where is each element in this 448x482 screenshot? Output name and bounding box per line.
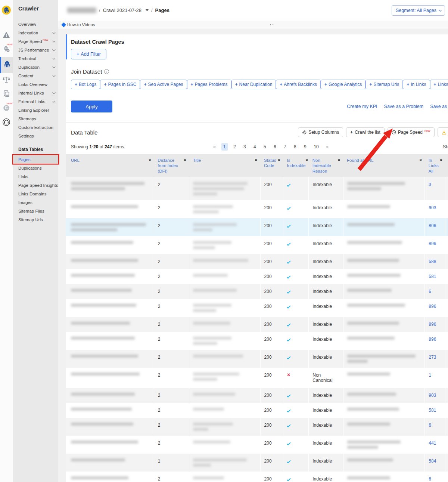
sidebar-item-sitemap-files[interactable]: Sitemap Files [13,207,58,215]
sidebar-item-page-speed-insights[interactable]: Page Speed Insights [13,181,58,189]
table-row[interactable]: 2200Indexable27319 [66,350,448,368]
table-row[interactable]: 2200×Non Canonical11 [66,368,448,388]
join-button-seo-active-pages[interactable]: +Seo Active Pages [140,80,187,89]
remove-column-icon[interactable]: × [440,158,443,174]
page-button-9[interactable]: 9 [302,143,308,151]
remove-column-icon[interactable]: × [255,158,258,163]
sidebar-item-links-overview[interactable]: Links Overview [13,80,58,89]
rail-item-logs-pages[interactable]: LOG [0,87,13,102]
in-links-link[interactable]: 581 [429,274,436,279]
table-row[interactable]: 2200Indexable58149 [66,403,448,418]
sidebar-item-links[interactable]: Links [13,172,58,181]
in-links-link[interactable]: 806 [429,223,436,228]
join-button-sitemap-urls[interactable]: +Sitemap Urls [365,80,403,89]
in-links-link[interactable]: 903 [429,205,436,210]
join-button-ahrefs-backlinks[interactable]: +Ahrefs Backlinks [276,80,321,89]
export-button-table[interactable]: Export [438,127,448,137]
table-row[interactable]: 1200Indexable58450 [66,454,448,472]
segment-selector-button[interactable]: Segment: All Pages [392,5,445,16]
howto-videos-label[interactable]: How-to Videos [67,22,95,27]
remove-column-icon[interactable]: × [149,158,152,163]
in-links-link[interactable]: 581 [429,408,436,413]
action-link-save-as-a-problem[interactable]: Save as a Problem [384,104,424,109]
page-button-4[interactable]: 4 [251,143,258,151]
join-button-pages-problems[interactable]: +Pages Problems [187,80,231,89]
in-links-link[interactable]: 6 [429,423,431,428]
sidebar-item-indexation[interactable]: Indexation [13,28,58,37]
join-button-in-links[interactable]: +In Links [403,80,430,89]
table-row[interactable]: 2200Indexable89669 [66,332,448,350]
page-speed-button[interactable]: Page Speed new [388,127,435,137]
in-links-link[interactable]: 588 [429,259,436,264]
page-button-8[interactable]: 8 [292,143,298,151]
action-link-create-my-kpi[interactable]: Create my KPI [347,104,377,109]
table-row[interactable]: 2200Indexable62 [66,472,448,482]
sidebar-item-content[interactable]: Content [13,71,58,80]
sidebar-item-duplication[interactable]: Duplication [13,63,58,71]
table-row[interactable]: 2200Indexable62 [66,418,448,436]
sidebar-item-settings[interactable]: Settings [13,132,58,140]
rail-item-octopus-logo[interactable] [0,3,13,19]
rail-item-compare-scales[interactable] [0,73,13,87]
table-row[interactable]: 2200Indexable80660 [66,218,448,236]
column-label[interactable]: Title [193,158,201,163]
add-filter-button[interactable]: + Add Filter [71,49,106,59]
column-label[interactable]: Non Indexable Reason [312,158,338,174]
in-links-link[interactable]: 6 [429,289,431,294]
sidebar-item-links-domains[interactable]: Links Domains [13,189,58,198]
column-label[interactable]: URL [71,158,80,163]
column-label[interactable]: In Links All [429,158,440,174]
table-row[interactable]: 2200Indexable89669 [66,299,448,317]
sidebar-item-sitemap-urls[interactable]: Sitemap Urls [13,215,58,224]
remove-column-icon[interactable]: × [278,158,281,169]
in-links-link[interactable]: 584 [429,458,436,464]
table-row[interactable]: 2200Indexable90369 [66,200,448,218]
join-button-near-duplication[interactable]: +Near Duplication [231,80,276,89]
next-page-button[interactable]: » [324,143,331,151]
remove-column-icon[interactable]: × [338,158,341,174]
in-links-link[interactable]: 1 [429,373,431,378]
crawl-the-list-button[interactable]: + Crawl the list [346,127,385,137]
join-button-pages-in-gsc[interactable]: +Pages in GSC [100,80,140,89]
table-row[interactable]: 2200Indexable90369 [66,388,448,403]
sidebar-item-technical[interactable]: Technical [13,54,58,63]
remove-column-icon[interactable]: × [419,158,422,163]
collapse-double-chevron-icon[interactable]: ⌄⌄ [269,22,274,25]
page-button-3[interactable]: 3 [241,143,248,151]
page-button-2[interactable]: 2 [231,143,238,151]
join-button-google-analytics[interactable]: +Google Analytics [321,80,365,89]
sidebar-item-sitemaps[interactable]: Sitemaps [13,114,58,123]
remove-column-icon[interactable]: × [184,158,187,174]
breadcrumb-crawl[interactable]: Crawl 2021-07-28 [103,7,141,13]
in-links-link[interactable]: 3 [429,182,431,187]
prev-page-button[interactable]: « [211,143,218,151]
table-row[interactable]: 2200Indexable58149 [66,269,448,284]
join-button-links-on-page[interactable]: +Links On Page [430,80,448,89]
sidebar-item-external-links[interactable]: External Links [13,97,58,106]
in-links-link[interactable]: 273 [429,355,436,360]
info-icon[interactable]: i [104,69,109,74]
page-button-6[interactable]: 6 [271,143,278,151]
sidebar-item-page-speed[interactable]: Page Speednew [13,37,58,46]
in-links-link[interactable]: 6 [429,476,431,482]
table-row[interactable]: 2200Indexable58849 [66,254,448,269]
page-button-7[interactable]: 7 [281,143,288,151]
page-button-5[interactable]: 5 [261,143,268,151]
rail-item-support-headset[interactable] [0,116,13,130]
rail-item-gsc-g[interactable]: Gnew [0,102,13,116]
sidebar-item-duplications[interactable]: Duplications [13,164,58,172]
table-row[interactable]: 2200Indexable89669 [66,317,448,332]
join-button-bot-logs[interactable]: +Bot Logs [71,80,100,89]
sidebar-item-js-performance[interactable]: JS Performance [13,46,58,54]
apply-button[interactable]: Apply [71,101,112,112]
setup-columns-button[interactable]: Setup Columns [298,127,343,137]
table-row[interactable]: 2200Indexable62 [66,284,448,299]
remove-column-icon[interactable]: × [305,158,308,169]
in-links-link[interactable]: 896 [429,337,436,342]
rail-item-seo-ideas[interactable]: SEOnew [0,43,13,57]
in-links-link[interactable]: 896 [429,304,436,309]
table-row[interactable]: 2200Indexable89669 [66,236,448,254]
rail-item-warning-triangle[interactable] [0,28,13,43]
in-links-link[interactable]: 896 [429,241,436,246]
column-label[interactable]: Found at URL [347,158,374,163]
